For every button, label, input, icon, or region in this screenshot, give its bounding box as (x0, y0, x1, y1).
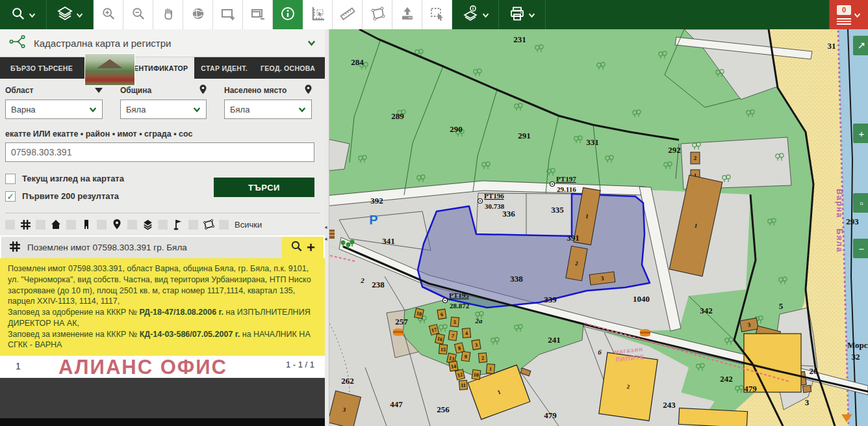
parking-icon: P (369, 213, 377, 227)
search-tool-button[interactable] (0, 0, 47, 29)
cadastral-map[interactable]: 211231311312 186517741631589213141121011… (325, 29, 868, 426)
tab-old-ident[interactable]: СТАР ИДЕНТ. (194, 57, 254, 79)
result-row[interactable]: Поземлен имот 07598.303.391 гр. Бяла + (1, 237, 324, 258)
parcel-label: 26 (810, 366, 819, 376)
layers-diamond-icon (142, 219, 153, 230)
chevron-down-icon (854, 9, 861, 21)
map-layers-button[interactable]: ▫ (853, 193, 868, 213)
settlement-label: Населено място (224, 86, 287, 95)
filter-checkbox-layers[interactable] (127, 220, 137, 230)
select-rectangle-icon (429, 6, 445, 24)
current-view-checkbox[interactable] (5, 174, 16, 184)
building: 2 (691, 152, 700, 164)
tab-geod-base[interactable]: ГЕОД. ОСНОВА (254, 57, 322, 79)
collapse-arrow-icon[interactable]: ◂ (325, 224, 327, 230)
search-submit-button[interactable]: ТЪРСИ (214, 178, 314, 197)
filter-checkbox-home[interactable] (36, 220, 45, 230)
pan-button[interactable] (153, 0, 183, 29)
cabin-building: 7 (448, 330, 457, 341)
cabin-building: 4 (462, 328, 470, 338)
visible-layers-button[interactable] (452, 0, 499, 29)
parcel-label: Морски (847, 340, 868, 350)
basket-list-icon: 0 (837, 5, 851, 25)
polygon-icon (370, 6, 385, 24)
parcel-label: 342 (700, 306, 713, 315)
map-zoom-in-button[interactable]: + (853, 124, 868, 143)
globe-icon (191, 7, 205, 23)
filter-checkbox-grid[interactable] (5, 220, 15, 230)
cabin-building: 1 (486, 364, 494, 374)
svg-text:РТ195: РТ195 (449, 291, 469, 299)
module-title: Кадастрална карта и регистри (34, 38, 300, 49)
pan-mode-button[interactable]: ↗ (853, 36, 868, 55)
collapse-arrow-icon[interactable]: ◂ (325, 236, 327, 242)
next-extent-button[interactable] (243, 0, 273, 29)
filter-checkbox-building[interactable] (66, 220, 76, 230)
first200-checkbox[interactable]: ✓ (5, 191, 16, 202)
parcel-label: 241 (548, 335, 561, 345)
food-poi-icon (640, 329, 650, 337)
add-to-basket-icon[interactable]: + (307, 241, 315, 255)
minus-icon: − (859, 243, 865, 254)
filter-checkbox-flag[interactable] (158, 220, 168, 230)
parcel-label: 331 (586, 137, 599, 147)
identify-button[interactable] (273, 0, 303, 29)
grid-icon (19, 219, 31, 230)
parcel-label: 479 (744, 384, 757, 393)
search-tabs: БЪРЗО ТЪРСЕНЕ АДРЕС ИДЕНТИФИКАТОР СТАР И… (0, 57, 325, 79)
zoom-out-button[interactable] (123, 0, 153, 29)
previous-extent-button[interactable] (213, 0, 243, 29)
first200-checkbox-row[interactable]: ✓ Първите 200 резултата (5, 187, 214, 205)
plus-icon: + (859, 128, 865, 139)
oblast-select[interactable]: Варна (5, 100, 103, 119)
measure-area-button[interactable] (303, 0, 333, 29)
parcel-label: 392 (370, 196, 383, 206)
parcel-label: 291 (518, 131, 531, 140)
select-button[interactable] (422, 0, 452, 29)
module-header[interactable]: Кадастрална карта и регистри (0, 29, 325, 57)
print-button[interactable] (499, 0, 546, 29)
parcel-label: 5 (779, 301, 784, 311)
building-icon (81, 219, 92, 230)
zoom-out-icon (131, 7, 146, 23)
tab-quick-search[interactable]: БЪРЗО ТЪРСЕНЕ (4, 57, 79, 79)
parcel-label: 335 (551, 205, 564, 215)
identifier-input[interactable] (5, 142, 314, 162)
current-view-checkbox-row[interactable]: Текущ изглед на картата (5, 170, 214, 187)
parcel-label: Варна (835, 189, 844, 219)
search-icon (11, 7, 25, 23)
upload-icon (400, 6, 415, 24)
measure-polygon-button[interactable] (363, 0, 392, 29)
parcel-label: 479 (544, 410, 557, 420)
svg-text:29.116: 29.116 (557, 185, 576, 193)
oblast-value: Варна (11, 105, 36, 114)
polygon-outline-icon (203, 219, 214, 230)
upload-button[interactable] (392, 0, 422, 29)
layers-tool-button[interactable] (47, 0, 94, 29)
settlement-value: Бяла (230, 105, 249, 114)
filter-checkbox-all[interactable] (219, 220, 229, 230)
map-viewport[interactable]: 211231311312 186517741631589213141121011… (325, 29, 868, 426)
cabin-building: 10 (472, 369, 481, 380)
obshtina-select[interactable]: Бяла (120, 100, 207, 119)
map-zoom-out-button[interactable]: − (853, 239, 868, 258)
sidebar-splitter[interactable]: ◂ ◂ (325, 29, 329, 426)
settlement-select[interactable]: Бяла (224, 100, 312, 119)
svg-text:5: 5 (453, 319, 457, 325)
parcel-label: 231 (513, 34, 526, 44)
svg-text:1: 1 (489, 366, 492, 372)
monument-poi-icon (329, 230, 335, 239)
parcel-label: 6 (598, 348, 602, 356)
svg-text:4: 4 (465, 330, 468, 336)
results-basket-button[interactable]: 0 (829, 0, 868, 29)
basket-count-badge: 0 (837, 5, 851, 15)
chevron-down-icon (307, 37, 316, 49)
filter-checkbox-polygon[interactable] (188, 220, 198, 230)
filter-checkbox-pin[interactable] (97, 220, 107, 230)
measure-distance-button[interactable] (333, 0, 363, 29)
zoom-in-button[interactable] (94, 0, 123, 29)
cabin-building: 15 (439, 345, 447, 354)
current-view-label: Текущ изглед на картата (22, 174, 124, 183)
full-extent-button[interactable] (183, 0, 213, 29)
magnifier-icon[interactable] (290, 240, 303, 255)
